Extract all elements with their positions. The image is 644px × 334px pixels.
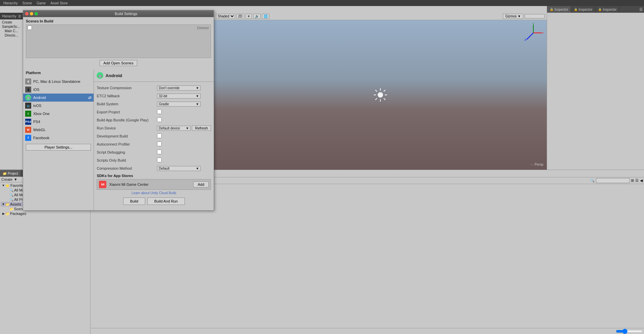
build-app-bundle-checkbox[interactable] [157,117,162,122]
search-icon-assets: 🔍 [590,178,595,183]
texture-compression-dropdown[interactable]: Don't override ▼ [157,86,201,91]
autoconnect-profiler-checkbox[interactable] [157,142,162,146]
autoconnect-profiler-row: Autoconnect Profiler [97,141,211,148]
inspector-tab-2[interactable]: 🔒 Inspector [571,6,595,13]
window-close-button[interactable] [25,12,29,15]
window-minimize-button[interactable] [30,12,33,15]
compression-method-dropdown[interactable]: Default ▼ [157,166,201,171]
development-build-checkbox[interactable] [157,133,162,138]
inspector-tab-label-2: Inspector [579,8,592,11]
lighting-toggle[interactable]: ☀ [246,14,252,19]
build-settings-titlebar: Build Settings [23,10,214,17]
etc2-fallback-dropdown[interactable]: 32-bit ▼ [157,94,201,99]
platform-item-webgl[interactable]: W WebGL [23,126,94,134]
build-settings-title: Build Settings [41,12,212,16]
folder-icon-scenes: 📁 [9,207,13,211]
build-system-dropdown[interactable]: Gradle ▼ [157,102,201,107]
build-and-run-button[interactable]: Build And Run [147,198,185,205]
menu-asset-store[interactable]: Asset Store [48,1,70,5]
project-create-label[interactable]: Create [1,177,12,181]
android-settings-panel: 🤖 Android Texture Compression Don't over… [94,69,214,210]
build-button[interactable]: Build [123,198,145,205]
2d-toggle[interactable]: 2D [236,14,244,19]
hierarchy-item-samplesc[interactable]: SampleSc... [1,24,22,29]
sdk-add-button[interactable]: Add [193,181,209,187]
platform-panel: Platform 🖥 PC, Mac & Linux Standalone 📱 … [23,69,94,210]
add-open-scenes-button[interactable]: Add Open Scenes [100,60,137,66]
search-icon-prefabs: 🔍 [9,198,13,202]
assets-toolbar-right: 🔍 ⊞ ☰ ◀ [590,178,643,183]
window-controls [25,12,38,15]
menu-scene[interactable]: Scene [20,1,34,5]
packages-section[interactable]: ▶ 📁 Packages [1,211,90,216]
run-device-value: Default device [159,126,180,130]
dropdown-arrow-build: ▼ [196,102,199,106]
inspector-panel-menu[interactable]: ☰ [638,7,644,12]
platform-item-xbox[interactable]: X Xbox One [23,110,94,118]
hierarchy-item-mainc[interactable]: Main C... [1,29,22,33]
build-settings-window: Build Settings Scenes In Build Deleted A… [23,10,214,211]
platform-list: 🖥 PC, Mac & Linux Standalone 📱 iOS 🤖 And… [23,77,94,142]
player-settings-button[interactable]: Player Settings... [26,144,91,151]
top-menubar: Hierarchy Scene Game Asset Store [0,0,644,6]
export-project-checkbox[interactable] [157,109,162,114]
autoconnect-profiler-label: Autoconnect Profiler [97,142,157,146]
scripts-only-build-label: Scripts Only Build [97,158,157,162]
scene-search-input[interactable] [525,14,545,18]
inspector-tab-bar: 🔒 Inspector 🔒 Inspector 🔒 Inspector ☰ [547,6,644,13]
platform-item-facebook[interactable]: f Facebook [23,134,94,142]
etc2-fallback-control: 32-bit ▼ [157,94,211,99]
platform-icon-android: 🤖 [25,95,31,101]
list-view-icon[interactable]: ☰ [635,178,639,183]
sun-gizmo [372,87,389,103]
refresh-button[interactable]: Refresh [192,125,211,131]
run-device-dropdown[interactable]: Default device ▼ [157,126,191,131]
hierarchy-item-directo[interactable]: Directo... [1,33,22,38]
compression-method-control: Default ▼ [157,166,211,171]
etc2-fallback-label: ETC2 fallback [97,94,157,98]
scene-checkbox-1[interactable] [28,25,32,30]
run-device-control: Default device ▼ Refresh [157,125,211,131]
platform-item-tvos[interactable]: 📺 tvOS [23,102,94,110]
sun-svg [372,87,389,103]
create-dropdown-arrow: ▼ [14,177,17,181]
asset-size-slider-row [91,328,644,334]
script-debugging-checkbox[interactable] [157,150,162,154]
window-maximize-button[interactable] [35,12,38,15]
favorites-toggle: ▼ [1,184,5,187]
hierarchy-create[interactable]: Create [1,20,22,24]
project-tab[interactable]: 📁 Project [0,170,21,177]
menu-game[interactable]: Game [35,1,48,5]
inspector-tab-3[interactable]: 🔒 Inspector [595,6,620,13]
inspector-tab-1[interactable]: 🔒 Inspector [547,6,571,13]
build-system-control: Gradle ▼ [157,102,211,107]
build-system-row: Build System Gradle ▼ [97,101,211,107]
shading-mode-select[interactable]: Shaded [216,14,235,19]
svg-line-8 [375,98,377,100]
platform-item-android[interactable]: 🤖 Android ⇄ [23,94,94,102]
platform-item-ps4[interactable]: PS4 PS4 [23,118,94,126]
audio-toggle[interactable]: 🔊 [253,14,261,19]
export-project-row: Export Project [97,109,211,115]
collapse-icon[interactable]: ◀ [640,178,643,183]
platform-icon-xbox: X [25,111,31,117]
platform-icon-ps4: PS4 [25,119,31,125]
svg-line-5 [375,90,377,92]
star-icon: ⭐ [5,184,9,187]
cloud-build-link[interactable]: Learn about Unity Cloud Build [97,191,211,195]
dropdown-arrow-etc2: ▼ [196,94,199,98]
platform-label-xbox: Xbox One [33,112,50,116]
hierarchy-menu-icon[interactable]: ☰ [18,14,21,18]
menu-hierarchy[interactable]: Hierarchy [1,1,20,5]
filter-icon[interactable]: ⊞ [631,178,634,183]
assets-search-input[interactable] [596,178,630,183]
effects-toggle[interactable]: 🌐 [262,14,269,19]
scenes-list: Deleted [26,24,211,58]
scripts-only-build-checkbox[interactable] [157,158,162,162]
platform-item-ios[interactable]: 📱 iOS [23,86,94,94]
asset-size-slider[interactable] [616,329,643,334]
gizmos-button[interactable]: Gizmos ▼ [503,14,523,19]
texture-compression-value: Don't override [159,86,179,90]
build-buttons: Build Build And Run [97,198,211,208]
platform-item-pc[interactable]: 🖥 PC, Mac & Linux Standalone [23,77,94,86]
